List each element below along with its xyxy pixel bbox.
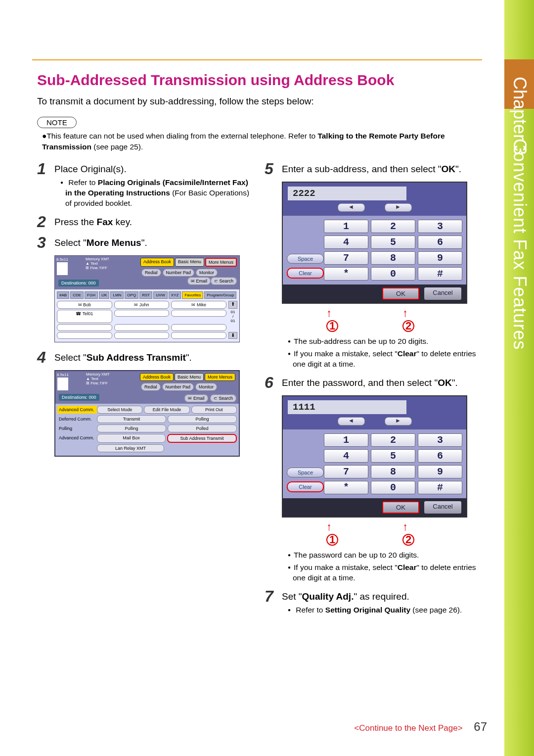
screenshot-more-menus: 8.5x11 Memory XMT ▲ Text ⊞ Fine.TIFF Add: [54, 255, 240, 342]
step-1-text: Place Original(s).: [54, 164, 127, 174]
step-4-text: Select "Sub Address Transmit".: [54, 349, 252, 365]
sub-address-transmit-button[interactable]: Sub Address Transmit: [167, 434, 237, 443]
redial-button[interactable]: Redial: [141, 269, 161, 277]
callout-2: 2: [402, 320, 414, 332]
contact-mike[interactable]: ✉ Mike: [171, 301, 226, 309]
key-8[interactable]: 8: [371, 251, 415, 265]
key-4[interactable]: 4: [324, 236, 368, 249]
key-hash[interactable]: #: [418, 267, 462, 281]
step-number-6: 6: [265, 375, 282, 390]
step-5-note-1: The sub-address can be up to 20 digits.: [288, 336, 480, 347]
monitor-button[interactable]: Monitor: [196, 269, 218, 277]
tab-basic-menu[interactable]: Basic Menu: [175, 258, 204, 267]
favorites-button[interactable]: Favorites: [182, 291, 203, 299]
clear-button[interactable]: Clear: [287, 268, 324, 279]
subaddress-display: 2222: [288, 187, 406, 200]
number-pad-button[interactable]: Number Pad: [163, 269, 195, 277]
space-button[interactable]: Space: [287, 254, 324, 264]
key-star[interactable]: *: [324, 267, 368, 281]
key-9[interactable]: 9: [418, 251, 462, 265]
step-number-1: 1: [37, 161, 54, 208]
destinations-label: Destinations: 000: [58, 280, 99, 286]
step-number-7: 7: [265, 588, 282, 615]
key-6[interactable]: 6: [418, 236, 462, 249]
key-1[interactable]: 1: [324, 220, 368, 233]
key-2[interactable]: 2: [371, 220, 415, 233]
password-display: 1111: [288, 400, 406, 414]
step-number-4: 4: [37, 349, 54, 365]
step-1-sub: Refer to Placing Originals (Facsimile/In…: [60, 178, 252, 209]
screenshot-keypad-subaddress: 2222 ◄ ► Space Clear 1 2: [282, 182, 467, 304]
note-body: ●This feature can not be used when diali…: [42, 131, 482, 152]
contact-bob[interactable]: ✉ Bob: [57, 301, 112, 309]
page-number: 67: [474, 720, 487, 733]
screenshot-sub-address: 8.5x11 Memory XMT ▲ Text ⊞ Fine.TIFF Add: [54, 370, 240, 457]
step-6-note-1: The password can be up to 20 digits.: [288, 550, 480, 561]
step-5-text: Enter a sub-address, and then select "OK…: [282, 161, 480, 177]
contact-john[interactable]: ✉ John: [114, 301, 170, 309]
scroll-down[interactable]: ⬇: [228, 332, 237, 339]
step-7-text: Set "Quality Adj." as required. Refer to…: [282, 588, 480, 615]
step-number-5: 5: [265, 161, 282, 177]
tab-more-menus[interactable]: More Menus: [205, 258, 237, 267]
header-rule: [32, 59, 482, 60]
step-2-text: Press the Fax key.: [54, 214, 252, 230]
key-3[interactable]: 3: [418, 220, 462, 233]
step-6-note-2: If you make a mistake, select "Clear" to…: [288, 563, 480, 583]
email-button[interactable]: ✉ Email: [187, 277, 211, 285]
screenshot-keypad-password: 1111 ◄ ► Space Clear 1 2: [282, 395, 467, 518]
chapter-title: Convenient Fax Features: [509, 139, 530, 350]
tab-address-book[interactable]: Address Book: [140, 258, 174, 267]
continue-text: <Continue to the Next Page>: [354, 723, 462, 733]
intro-text: To transmit a document by sub-addressing…: [37, 96, 482, 107]
page-heading: Sub-Addressed Transmission using Address…: [37, 72, 482, 89]
step-7-sub: Refer to Setting Original Quality (see p…: [288, 605, 480, 615]
callout-1: 1: [326, 320, 338, 332]
contact-tel01[interactable]: ☎ Tel01: [57, 310, 112, 323]
step-number-2: 2: [37, 214, 54, 230]
step-number-3: 3: [37, 235, 54, 250]
step-5-note-2: If you make a mistake, select "Clear" to…: [288, 349, 480, 370]
note-label: NOTE: [37, 117, 77, 128]
nav-right[interactable]: ►: [385, 203, 412, 212]
scroll-up[interactable]: ⬆: [228, 301, 237, 309]
more-menus-selected[interactable]: More Menus: [205, 373, 235, 381]
ok-button[interactable]: OK: [382, 287, 419, 300]
search-button[interactable]: ⊂ Search: [211, 277, 237, 285]
cancel-button[interactable]: Cancel: [424, 287, 461, 300]
nav-left[interactable]: ◄: [338, 203, 365, 212]
key-5[interactable]: 5: [371, 236, 415, 249]
key-0[interactable]: 0: [371, 267, 415, 281]
key-7[interactable]: 7: [324, 251, 368, 265]
step-3-text: Select "More Menus".: [54, 235, 252, 250]
step-6-text: Enter the password, and then select "OK"…: [282, 375, 480, 390]
